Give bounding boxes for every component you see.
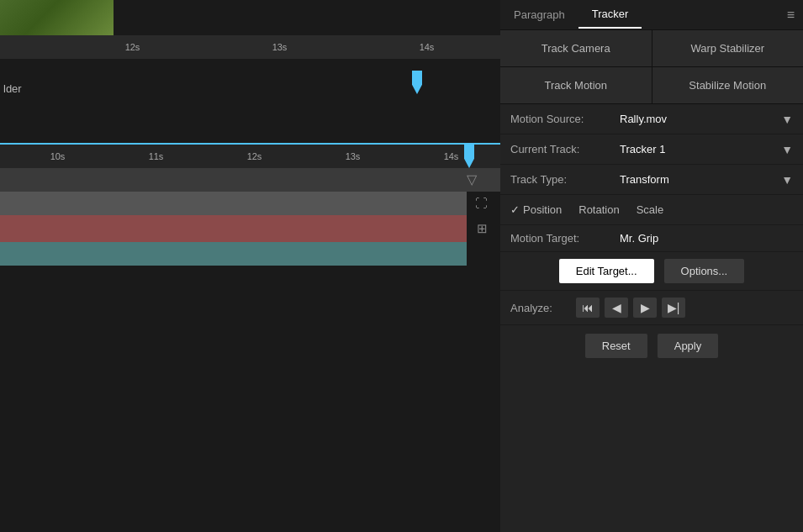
tab-paragraph[interactable]: Paragraph — [500, 2, 578, 28]
ruler-mark-11s: 11s — [107, 151, 205, 161]
track-type-label: Track Type: — [510, 173, 620, 186]
rotation-checkbox[interactable]: Rotation — [578, 203, 619, 216]
ruler-mark-10s: 10s — [8, 151, 107, 161]
tab-tracker[interactable]: Tracker — [578, 1, 642, 29]
analyze-fastforward-button[interactable]: ▶| — [662, 298, 685, 318]
track-camera-button[interactable]: Track Camera — [500, 30, 652, 66]
track-gray-top[interactable]: ▽ — [0, 168, 500, 192]
apply-button[interactable]: Apply — [658, 334, 719, 358]
motion-source-dropdown-icon[interactable]: ▼ — [781, 113, 793, 126]
warp-stabilizer-button[interactable]: Warp Stabilizer — [652, 30, 804, 66]
track-motion-button[interactable]: Track Motion — [500, 67, 652, 103]
tracker-top-buttons: Track Camera Warp Stabilizer — [500, 30, 803, 67]
track-type-dropdown-icon[interactable]: ▼ — [781, 173, 793, 187]
motion-source-row: Motion Source: Rally.mov ▼ — [500, 104, 803, 134]
analyze-forward-button[interactable]: ▶ — [633, 298, 657, 318]
analyze-rewind-button[interactable]: ⏮ — [576, 298, 600, 318]
current-track-row: Current Track: Tracker 1 ▼ — [500, 134, 803, 165]
reset-button[interactable]: Reset — [585, 334, 647, 358]
track-options-row: Position Rotation Scale — [500, 195, 803, 225]
scale-label: Scale — [637, 203, 664, 216]
motion-target-label: Motion Target: — [510, 232, 620, 245]
motion-target-value: Mr. Grip — [620, 232, 793, 245]
bottom-ruler: 10s 11s 12s 13s 14s — [0, 145, 500, 168]
ruler-mark-12s: 12s — [59, 42, 206, 52]
track-type-row: Track Type: Transform ▼ — [500, 165, 803, 195]
track-teal[interactable] — [0, 242, 467, 266]
current-track-value: Tracker 1 — [620, 143, 778, 155]
ruler-mark-14s-b: 14s — [402, 151, 500, 161]
track-gray-icon: ▽ — [467, 171, 483, 188]
bottom-playhead[interactable] — [464, 145, 474, 168]
current-track-dropdown-icon[interactable]: ▼ — [781, 143, 793, 156]
top-playhead[interactable] — [412, 71, 422, 94]
panel-menu-icon[interactable]: ≡ — [787, 8, 795, 23]
track-medium[interactable] — [0, 192, 467, 215]
analyze-row: Analyze: ⏮ ◀ ▶ ▶| — [500, 291, 803, 325]
position-label: Position — [523, 203, 562, 216]
track-red[interactable] — [0, 215, 467, 242]
scale-checkbox[interactable]: Scale — [637, 203, 664, 216]
bottom-timeline: 10s 11s 12s 13s 14s ▽ ⛶ ⊞ — [0, 143, 500, 532]
tracker-body: Track Camera Warp Stabilizer Track Motio… — [500, 30, 803, 366]
track-red-icon: ⊞ — [477, 221, 488, 236]
ruler-mark-13s-b: 13s — [304, 151, 402, 161]
panel-header: Paragraph Tracker ≡ — [500, 0, 803, 30]
left-panel: 12s 13s 14s lder 10s 11s 12s 13s 14s ▽ — [0, 0, 500, 532]
position-checkbox[interactable]: Position — [510, 203, 562, 216]
track-medium-icon: ⛶ — [475, 196, 488, 210]
motion-target-row: Motion Target: Mr. Grip — [500, 225, 803, 252]
ruler-mark-14s: 14s — [353, 42, 500, 52]
motion-source-value: Rally.mov — [620, 113, 778, 125]
motion-source-label: Motion Source: — [510, 113, 620, 125]
analyze-label: Analyze: — [510, 302, 569, 314]
current-track-label: Current Track: — [510, 143, 620, 155]
analyze-controls: ⏮ ◀ ▶ ▶| — [576, 298, 685, 318]
video-thumbnail — [0, 0, 114, 35]
track-area: ▽ ⛶ ⊞ — [0, 168, 500, 266]
rotation-label: Rotation — [578, 203, 619, 216]
top-timeline: 12s 13s 14s lder — [0, 0, 500, 143]
analyze-back-button[interactable]: ◀ — [605, 298, 628, 318]
track-type-value: Transform — [620, 173, 778, 186]
bottom-buttons-row: Reset Apply — [500, 325, 803, 366]
ruler-mark-12s-b: 12s — [205, 151, 304, 161]
action-buttons-row: Edit Target... Options... — [500, 252, 803, 291]
top-label: lder — [0, 82, 22, 95]
stabilize-motion-button[interactable]: Stabilize Motion — [652, 67, 804, 103]
edit-target-button[interactable]: Edit Target... — [559, 259, 654, 283]
right-panel: Paragraph Tracker ≡ Track Camera Warp St… — [500, 0, 803, 532]
ruler-mark-13s: 13s — [206, 42, 353, 52]
options-button[interactable]: Options... — [664, 259, 745, 283]
tracker-second-buttons: Track Motion Stabilize Motion — [500, 67, 803, 104]
top-ruler: 12s 13s 14s — [0, 35, 500, 59]
